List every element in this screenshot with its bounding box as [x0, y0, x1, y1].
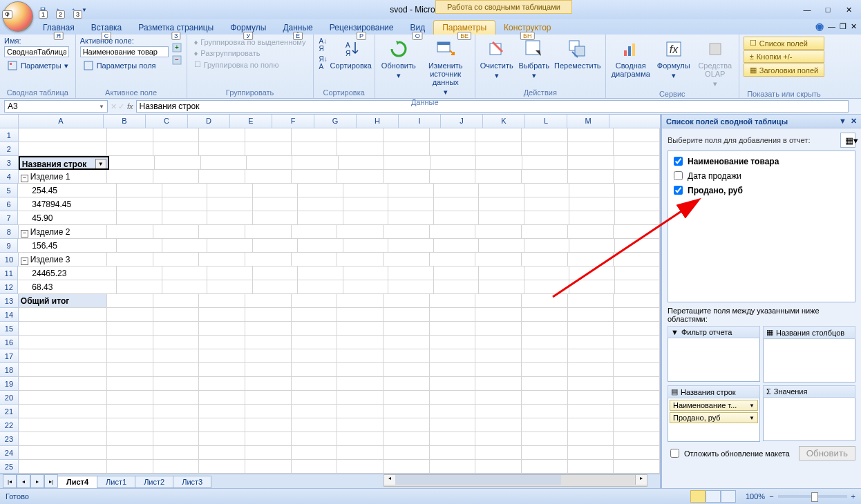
cell[interactable] — [434, 197, 479, 211]
cell[interactable] — [614, 418, 660, 432]
cell[interactable] — [569, 266, 614, 280]
cell[interactable] — [298, 211, 343, 225]
cell[interactable] — [19, 308, 107, 322]
cell[interactable] — [568, 142, 614, 156]
cell[interactable] — [199, 377, 245, 391]
cell[interactable] — [430, 128, 476, 142]
cell[interactable] — [569, 239, 614, 253]
cell[interactable] — [162, 211, 207, 225]
cell[interactable] — [298, 184, 343, 197]
cell[interactable] — [384, 142, 430, 156]
cell[interactable] — [614, 363, 660, 377]
cell[interactable]: 68.43 — [18, 280, 117, 294]
pivot-name-input[interactable] — [4, 46, 69, 57]
cell[interactable] — [199, 336, 245, 349]
cell[interactable] — [434, 211, 479, 225]
cell[interactable] — [522, 336, 568, 349]
cell[interactable] — [107, 142, 153, 156]
pivot-params-button[interactable]: Параметры ▾ — [4, 59, 71, 72]
cell[interactable] — [430, 225, 476, 239]
cell[interactable] — [475, 377, 522, 391]
sort-asc-button[interactable]: А↓Я — [318, 37, 329, 53]
collapse-icon[interactable]: − — [21, 230, 28, 238]
cell[interactable] — [337, 418, 384, 432]
cell[interactable] — [292, 432, 338, 446]
cell[interactable] — [207, 211, 252, 225]
cell[interactable] — [475, 418, 522, 432]
cell[interactable] — [475, 405, 522, 418]
cell[interactable] — [479, 239, 524, 253]
cell[interactable] — [155, 156, 200, 170]
cell[interactable] — [522, 322, 568, 336]
cell[interactable] — [614, 308, 660, 322]
cell[interactable] — [615, 266, 660, 280]
row-header[interactable]: 8 — [0, 225, 19, 239]
cell[interactable] — [614, 391, 660, 405]
cell[interactable] — [298, 197, 343, 211]
cell[interactable]: 347894.45 — [18, 197, 117, 211]
cell[interactable] — [430, 322, 476, 336]
column-header[interactable]: G — [314, 115, 357, 128]
cell[interactable] — [384, 336, 430, 349]
cell[interactable] — [337, 294, 384, 308]
clear-button[interactable]: Очистить ▾ — [480, 37, 514, 81]
cell[interactable] — [245, 460, 292, 474]
cell[interactable] — [614, 156, 660, 170]
accept-formula-icon[interactable]: ✓ — [118, 102, 124, 111]
cell[interactable] — [522, 170, 568, 184]
cell[interactable] — [199, 308, 245, 322]
tab-nav-prev[interactable]: ◂ — [17, 474, 30, 488]
cell[interactable] — [245, 336, 292, 349]
sort-button[interactable]: АЯСортировка — [332, 37, 370, 70]
row-header[interactable]: 19 — [0, 377, 19, 391]
cell[interactable] — [524, 197, 569, 211]
tab-nav-next[interactable]: ▸ — [30, 474, 44, 488]
sort-desc-button[interactable]: Я↓А — [318, 55, 329, 71]
cell[interactable] — [475, 308, 522, 322]
cell[interactable] — [107, 418, 153, 432]
cell[interactable] — [568, 322, 614, 336]
cell[interactable] — [614, 446, 660, 460]
cell[interactable] — [522, 377, 568, 391]
cell[interactable] — [245, 377, 292, 391]
cell[interactable] — [475, 253, 522, 266]
row-header[interactable]: 7 — [0, 211, 18, 225]
row-header[interactable]: 18 — [0, 363, 19, 377]
cell[interactable] — [19, 128, 107, 142]
cell[interactable] — [430, 363, 476, 377]
cell[interactable] — [522, 418, 568, 432]
cell[interactable] — [430, 460, 476, 474]
cell[interactable] — [153, 322, 200, 336]
cell[interactable] — [337, 391, 384, 405]
cell[interactable] — [107, 405, 153, 418]
cell[interactable] — [524, 266, 569, 280]
cell[interactable] — [430, 418, 476, 432]
cell[interactable] — [337, 363, 384, 377]
cell[interactable] — [568, 405, 614, 418]
cell[interactable] — [199, 170, 245, 184]
cell[interactable] — [292, 418, 338, 432]
cell[interactable] — [253, 184, 298, 197]
cell[interactable] — [19, 446, 107, 460]
cell[interactable] — [614, 253, 660, 266]
cell[interactable] — [475, 363, 522, 377]
cell[interactable] — [384, 156, 430, 170]
cell[interactable] — [522, 391, 568, 405]
cell[interactable] — [388, 184, 433, 197]
cell[interactable] — [384, 405, 430, 418]
cell[interactable] — [117, 197, 162, 211]
cell[interactable]: 24465.23 — [18, 266, 117, 280]
cell[interactable] — [199, 432, 245, 446]
cell[interactable] — [384, 349, 430, 363]
cell[interactable] — [207, 239, 252, 253]
cell[interactable]: 45.90 — [18, 211, 117, 225]
field-list[interactable]: Наименование товараДата продажиПродано, … — [668, 151, 855, 302]
cell[interactable] — [162, 184, 207, 197]
cell[interactable] — [292, 349, 338, 363]
chevron-down-icon[interactable]: ▼ — [749, 415, 755, 421]
toggle-pm-buttons[interactable]: ± Кнопки +/- — [744, 50, 824, 63]
cell[interactable] — [522, 294, 568, 308]
cell[interactable] — [107, 432, 153, 446]
row-header[interactable]: 23 — [0, 432, 19, 446]
help-icon[interactable]: ◉ — [815, 21, 824, 32]
